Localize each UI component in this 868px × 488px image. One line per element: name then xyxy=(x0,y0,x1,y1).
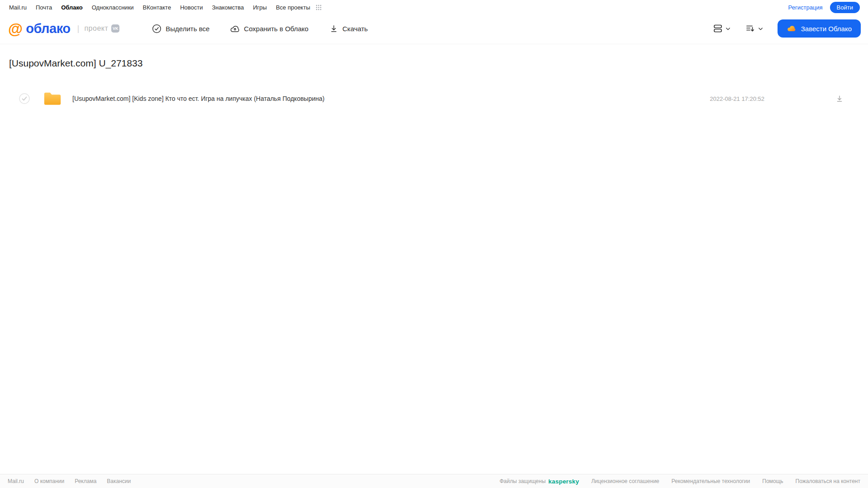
shared-folder-page: [UsupovMarket.com] U_271833 [UsupovMarke… xyxy=(0,58,868,109)
download-label: Скачать xyxy=(342,25,368,33)
files-protected-label: Файлы защищены xyxy=(499,478,545,484)
portal-top-nav: Mail.ru Почта Облако Одноклассники ВКонт… xyxy=(0,0,868,14)
sort-icon xyxy=(745,23,756,34)
topnav-link-games[interactable]: Игры xyxy=(253,4,267,11)
chevron-down-icon xyxy=(725,25,731,32)
topnav-link-odnoklassniki[interactable]: Одноклассники xyxy=(92,4,134,11)
file-row[interactable]: [UsupovMarket.com] [Kids zone] Кто что е… xyxy=(9,88,859,109)
check-circle-icon xyxy=(152,24,161,33)
apps-grid-icon[interactable] xyxy=(316,5,322,10)
topnav-link-dating[interactable]: Знакомства xyxy=(212,4,244,11)
page-footer: Mail.ru О компании Реклама Вакансии Файл… xyxy=(0,474,868,488)
row-checkbox[interactable] xyxy=(19,93,30,104)
cloud-upload-icon xyxy=(230,24,240,33)
chevron-down-icon xyxy=(757,25,764,32)
footer-link-report-content[interactable]: Пожаловаться на контент xyxy=(796,478,860,484)
login-button[interactable]: Войти xyxy=(830,2,860,13)
vk-badge-icon: VK xyxy=(111,24,119,33)
topnav-link-news[interactable]: Новости xyxy=(180,4,203,11)
footer-link-mailru[interactable]: Mail.ru xyxy=(8,478,24,484)
file-toolbar: Выделить все Сохранить в Облако Скачать xyxy=(152,24,368,33)
file-name[interactable]: [UsupovMarket.com] [Kids zone] Кто что е… xyxy=(72,95,324,102)
select-all-button[interactable]: Выделить все xyxy=(152,24,209,33)
orange-cloud-icon xyxy=(787,24,797,33)
view-mode-dropdown[interactable] xyxy=(712,23,731,34)
row-download-icon[interactable] xyxy=(835,94,844,103)
view-mode-icon xyxy=(712,23,723,34)
mailru-at-icon: @ xyxy=(8,21,23,36)
project-label: проект xyxy=(84,24,108,33)
topnav-link-cloud[interactable]: Облако xyxy=(61,4,83,11)
topnav-link-mail[interactable]: Почта xyxy=(36,4,52,11)
save-to-cloud-button[interactable]: Сохранить в Облако xyxy=(230,24,308,33)
logo-separator: | xyxy=(77,24,80,33)
folder-icon[interactable] xyxy=(43,91,62,106)
page-title: [UsupovMarket.com] U_271833 xyxy=(9,58,859,69)
sort-dropdown[interactable] xyxy=(745,23,764,34)
footer-link-help[interactable]: Помощь xyxy=(762,478,783,484)
cloud-logo[interactable]: @ облако | проект VK xyxy=(8,21,119,36)
footer-left-links: Mail.ru О компании Реклама Вакансии xyxy=(8,478,131,484)
footer-link-license[interactable]: Лицензионное соглашение xyxy=(591,478,659,484)
topnav-link-vkontakte[interactable]: ВКонтакте xyxy=(143,4,171,11)
registration-link[interactable]: Регистрация xyxy=(788,4,823,11)
kaspersky-protection[interactable]: Файлы защищены kaspersky xyxy=(499,478,579,485)
kaspersky-logo: kaspersky xyxy=(548,478,579,485)
topnav-link-mailru[interactable]: Mail.ru xyxy=(9,4,27,11)
topnav-link-all-projects[interactable]: Все проекты xyxy=(276,4,310,11)
cloud-logo-text: облако xyxy=(26,21,70,36)
download-button[interactable]: Скачать xyxy=(329,24,368,33)
topnav-auth-area: Регистрация Войти xyxy=(788,2,860,13)
create-cloud-label: Завести Облако xyxy=(801,25,852,33)
create-cloud-button[interactable]: Завести Облако xyxy=(778,19,861,38)
file-date: 2022-08-21 17:20:52 xyxy=(710,95,764,102)
save-to-cloud-label: Сохранить в Облако xyxy=(244,25,308,33)
header-right-controls: Завести Облако xyxy=(712,19,861,38)
footer-link-about[interactable]: О компании xyxy=(34,478,64,484)
cloud-header: @ облако | проект VK Выделить все Сохран… xyxy=(0,14,868,43)
footer-link-ads[interactable]: Реклама xyxy=(75,478,96,484)
footer-right-links: Файлы защищены kaspersky Лицензионное со… xyxy=(499,478,860,485)
download-icon xyxy=(329,24,338,33)
footer-link-jobs[interactable]: Вакансии xyxy=(107,478,131,484)
footer-link-recommendations[interactable]: Рекомендательные технологии xyxy=(672,478,750,484)
select-all-label: Выделить все xyxy=(166,25,209,33)
